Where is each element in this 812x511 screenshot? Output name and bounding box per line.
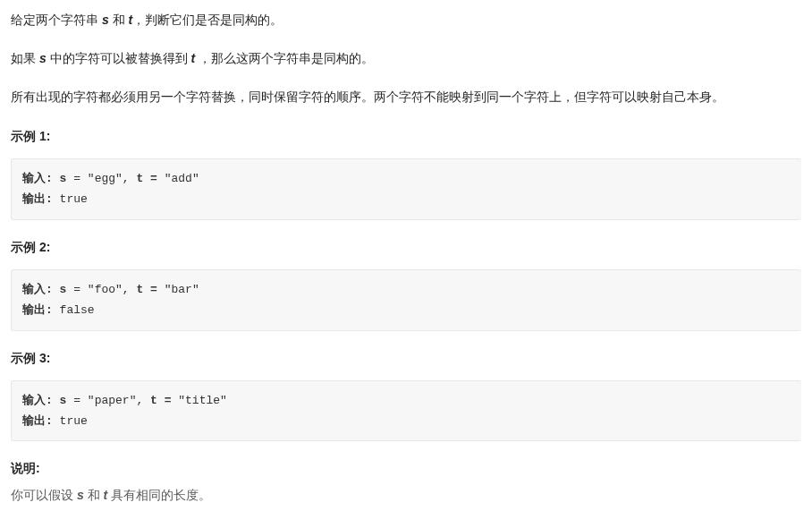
- equals: =: [66, 172, 87, 185]
- problem-paragraph-1: 给定两个字符串 s 和 t，判断它们是否是同构的。: [11, 9, 801, 31]
- var-t: t =: [136, 172, 156, 185]
- var-s: s: [77, 488, 84, 502]
- space: [157, 283, 165, 296]
- equals: =: [66, 394, 87, 407]
- text: 具有相同的长度。: [107, 488, 211, 502]
- output-label: 输出:: [22, 303, 60, 317]
- s-value: "egg": [88, 172, 123, 185]
- note-text: 你可以假设 s 和 t 具有相同的长度。: [11, 484, 801, 507]
- output-value: false: [60, 303, 95, 317]
- example-heading-2: 示例 2:: [11, 236, 801, 259]
- text: 和: [109, 13, 129, 27]
- t-value: "add": [165, 172, 199, 185]
- output-value: true: [60, 192, 88, 206]
- problem-paragraph-2: 如果 s 中的字符可以被替换得到 t ，那么这两个字符串是同构的。: [11, 47, 801, 70]
- output-value: true: [60, 414, 88, 428]
- comma: ,: [136, 394, 150, 407]
- text: 所有出现的字符都必须用另一个字符替换，同时保留字符的顺序。两个字符不能映射到同一…: [11, 89, 724, 104]
- note-heading: 说明:: [11, 457, 801, 480]
- example-code-2: 输入: s = "foo", t = "bar" 输出: false: [11, 269, 801, 331]
- text: ，那么这两个字符串是同构的。: [195, 51, 374, 65]
- var-s: s: [39, 51, 47, 65]
- equals: =: [66, 283, 87, 296]
- problem-paragraph-3: 所有出现的字符都必须用另一个字符替换，同时保留字符的顺序。两个字符不能映射到同一…: [11, 86, 801, 108]
- example-code-3: 输入: s = "paper", t = "title" 输出: true: [11, 380, 801, 442]
- text: 和: [84, 488, 104, 502]
- text: 中的字符可以被替换得到: [47, 51, 191, 65]
- space: [157, 172, 165, 185]
- s-value: "paper": [88, 394, 137, 407]
- comma: ,: [123, 283, 137, 296]
- text: 你可以假设: [11, 488, 77, 502]
- input-label: 输入:: [22, 283, 60, 296]
- t-value: "title": [178, 394, 227, 407]
- var-t: t =: [150, 394, 171, 407]
- text: ，判断它们是否是同构的。: [132, 13, 283, 27]
- text: 如果: [11, 51, 39, 65]
- var-t: t =: [136, 283, 156, 296]
- t-value: "bar": [165, 283, 199, 296]
- s-value: "foo": [88, 283, 123, 296]
- output-label: 输出:: [22, 414, 60, 428]
- comma: ,: [123, 172, 137, 185]
- example-code-1: 输入: s = "egg", t = "add" 输出: true: [11, 158, 801, 220]
- text: 给定两个字符串: [11, 13, 102, 27]
- example-heading-1: 示例 1:: [11, 125, 801, 148]
- example-heading-3: 示例 3:: [11, 347, 801, 370]
- output-label: 输出:: [22, 192, 60, 206]
- input-label: 输入:: [22, 172, 60, 185]
- var-s: s: [102, 13, 109, 27]
- input-label: 输入:: [22, 394, 60, 407]
